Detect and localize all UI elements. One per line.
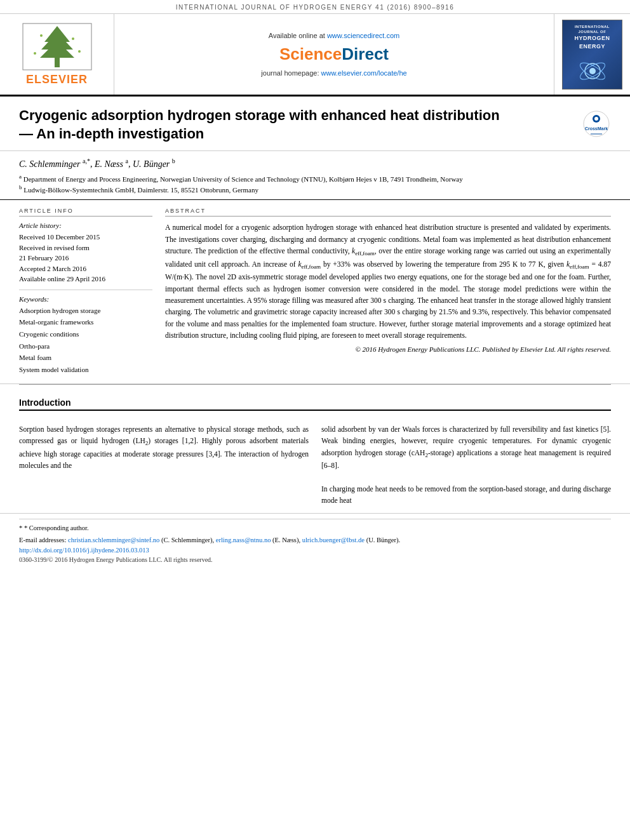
keyword-5: Metal foam [19, 352, 152, 364]
keyword-4: Ortho-para [19, 340, 152, 352]
corresponding-author-note: * * Corresponding author. [19, 523, 611, 533]
elsevier-logo-container: ELSEVIER [0, 14, 114, 95]
article-info-abstract-section: Article Info Article history: Received 1… [0, 200, 630, 384]
available-online-text: Available online at www.sciencedirect.co… [269, 32, 399, 39]
authors-line: C. Schlemminger a,*, E. Næss a, U. Bünge… [19, 157, 611, 170]
introduction-body: Sorption based hydrogen storages represe… [0, 423, 630, 513]
journal-cover-graphic [577, 55, 608, 87]
email-2-link[interactable]: erling.nass@ntnu.no [216, 537, 271, 543]
sciencedirect-header: Available online at www.sciencedirect.co… [114, 14, 554, 95]
author-2-sup: a [126, 157, 128, 164]
elsevier-logo: ELSEVIER [22, 23, 92, 86]
affiliation-a: a Department of Energy and Process Engin… [19, 173, 611, 183]
journal-citation: International Journal of Hydrogen Energy… [176, 4, 454, 11]
journal-header: ELSEVIER Available online at www.science… [0, 14, 630, 97]
issn-line: 0360-3199/© 2016 Hydrogen Energy Publica… [19, 556, 611, 563]
journal-cover-title: InternationalJournal of HYDROGENENERGY [572, 22, 612, 53]
elsevier-tree-icon [22, 23, 92, 70]
keyword-2: Metal-organic frameworks [19, 316, 152, 328]
svg-text:CrossMark: CrossMark [585, 126, 608, 131]
crossmark-badge: CrossMark [582, 110, 611, 138]
article-info-column: Article Info Article history: Received 1… [19, 208, 152, 376]
article-info-label: Article Info [19, 208, 152, 217]
svg-point-7 [34, 52, 36, 55]
email-3-link[interactable]: ulrich.buenger@lbst.de [302, 537, 365, 543]
intro-text-left: Sorption based hydrogen storages represe… [19, 423, 309, 472]
available-date: Available online 29 April 2016 [19, 274, 152, 284]
sciencedirect-url[interactable]: www.sciencedirect.com [327, 32, 399, 39]
doi-link[interactable]: http://dx.doi.org/10.1016/j.ijhydene.201… [19, 547, 611, 554]
email-addresses-note: E-mail addresses: christian.schlemminger… [19, 535, 611, 545]
keyword-1: Adsorption hydrogen storage [19, 305, 152, 317]
journal-cover-image: InternationalJournal of HYDROGENENERGY [562, 20, 622, 90]
keyword-3: Cryogenic conditions [19, 328, 152, 340]
journal-cover-container: InternationalJournal of HYDROGENENERGY [554, 14, 630, 95]
svg-point-6 [72, 37, 74, 40]
abstract-text: A numerical model for a cryogenic adsorp… [165, 222, 611, 342]
received-date: Received 10 December 2015 [19, 232, 152, 243]
revised-date: Received in revised form21 February 2016 [19, 243, 152, 263]
intro-col-right: solid adsorbent by van der Waals forces … [321, 423, 611, 507]
intro-text-right: solid adsorbent by van der Waals forces … [321, 423, 611, 507]
info-divider [19, 290, 152, 290]
author-3: U. Bünger [133, 159, 170, 169]
journal-homepage-url[interactable]: www.elsevier.com/locate/he [321, 69, 407, 77]
author-2: E. Næss [95, 159, 123, 169]
article-history-label: Article history: [19, 222, 152, 229]
author-3-sup: b [172, 157, 175, 164]
elsevier-wordmark: ELSEVIER [26, 73, 88, 86]
introduction-heading-section: Introduction [0, 385, 630, 423]
abstract-label: Abstract [165, 208, 611, 217]
svg-point-5 [40, 34, 43, 37]
svg-point-8 [78, 50, 81, 53]
article-title-section: Cryogenic adsorption hydrogen storage wi… [0, 97, 630, 151]
email-1-link[interactable]: christian.schlemminger@sintef.no [68, 537, 159, 543]
abstract-column: Abstract A numerical model for a cryogen… [165, 208, 611, 376]
svg-point-10 [589, 68, 596, 74]
accepted-date: Accepted 2 March 2016 [19, 263, 152, 274]
article-title: Cryogenic adsorption hydrogen storage wi… [19, 107, 502, 143]
footnotes-divider [19, 519, 611, 519]
sciencedirect-logo: ScienceDirect [279, 44, 389, 64]
introduction-heading: Introduction [19, 397, 611, 411]
abstract-copyright: © 2016 Hydrogen Energy Publications LLC.… [165, 345, 611, 353]
journal-header-bar: International Journal of Hydrogen Energy… [0, 0, 630, 14]
author-1: C. Schlemminger [19, 159, 80, 169]
keyword-6: System model validation [19, 364, 152, 376]
authors-section: C. Schlemminger a,*, E. Næss a, U. Bünge… [0, 151, 630, 200]
footnotes-section: * * Corresponding author. E-mail address… [0, 513, 630, 569]
intro-col-left: Sorption based hydrogen storages represe… [19, 423, 309, 507]
affiliation-b: b Ludwig-Bölkow-Systemtechnik GmbH, Daim… [19, 184, 611, 194]
keywords-label: Keywords: [19, 295, 152, 303]
author-1-sup: a,* [83, 157, 90, 164]
svg-rect-1 [55, 58, 60, 67]
journal-homepage-line: journal homepage: www.elsevier.com/locat… [261, 69, 406, 77]
svg-point-15 [594, 117, 598, 121]
